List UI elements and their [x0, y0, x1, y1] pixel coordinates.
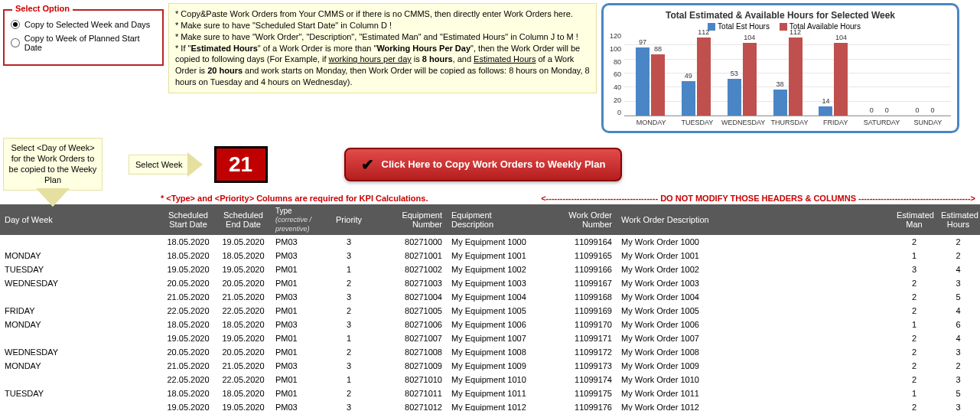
cell-equip-number[interactable]: 80271002	[373, 265, 447, 274]
cell-priority[interactable]: 3	[324, 320, 373, 329]
cell-wo-number[interactable]: 11099175	[546, 389, 617, 398]
cell-type[interactable]: PM03	[271, 403, 324, 411]
cell-est-hours[interactable]: 5	[936, 292, 980, 302]
cell-est-hours[interactable]: 3	[936, 375, 980, 384]
cell-dow[interactable]: MONDAY	[0, 251, 161, 260]
cell-est-man[interactable]: 2	[892, 375, 936, 384]
cell-est-man[interactable]: 2	[892, 361, 936, 370]
cell-wo-desc[interactable]: My Work Order 1004	[617, 292, 892, 302]
cell-est-man[interactable]: 1	[892, 251, 936, 260]
cell-wo-number[interactable]: 11099171	[546, 334, 617, 343]
cell-est-hours[interactable]: 3	[936, 403, 980, 411]
table-row[interactable]: TUESDAY18.05.202018.05.2020PM01280271011…	[0, 387, 980, 400]
cell-est-hours[interactable]: 2	[936, 361, 980, 370]
cell-end-date[interactable]: 19.05.2020	[216, 403, 271, 411]
cell-wo-number[interactable]: 11099168	[546, 292, 617, 302]
cell-equip-desc[interactable]: My Equipment 1005	[447, 306, 546, 315]
table-row[interactable]: MONDAY18.05.202018.05.2020PM03380271006M…	[0, 318, 980, 331]
cell-equip-desc[interactable]: My Equipment 1001	[447, 251, 546, 260]
cell-wo-number[interactable]: 11099172	[546, 347, 617, 357]
cell-wo-number[interactable]: 11099165	[546, 251, 617, 260]
cell-wo-desc[interactable]: My Work Order 1001	[617, 251, 892, 260]
cell-priority[interactable]: 3	[324, 361, 373, 370]
cell-est-man[interactable]: 2	[892, 347, 936, 357]
table-row[interactable]: 22.05.202022.05.2020PM01180271010My Equi…	[0, 373, 980, 387]
cell-est-man[interactable]: 1	[892, 389, 936, 398]
table-row[interactable]: TUESDAY19.05.202019.05.2020PM01180271002…	[0, 263, 980, 276]
cell-equip-desc[interactable]: My Equipment 1007	[447, 334, 546, 343]
cell-equip-number[interactable]: 80271008	[373, 347, 447, 357]
cell-type[interactable]: PM01	[271, 334, 324, 343]
cell-start-date[interactable]: 20.05.2020	[161, 279, 216, 288]
cell-equip-number[interactable]: 80271012	[373, 403, 447, 411]
cell-est-hours[interactable]: 5	[936, 389, 980, 398]
cell-est-man[interactable]: 2	[892, 279, 936, 288]
cell-end-date[interactable]: 20.05.2020	[216, 347, 271, 357]
cell-equip-desc[interactable]: My Equipment 1010	[447, 375, 546, 384]
cell-equip-number[interactable]: 80271004	[373, 292, 447, 302]
cell-end-date[interactable]: 20.05.2020	[216, 279, 271, 288]
cell-wo-desc[interactable]: My Work Order 1012	[617, 403, 892, 411]
cell-equip-number[interactable]: 80271010	[373, 375, 447, 384]
cell-equip-desc[interactable]: My Equipment 1003	[447, 279, 546, 288]
cell-wo-number[interactable]: 11099166	[546, 265, 617, 274]
cell-est-hours[interactable]: 6	[936, 320, 980, 329]
cell-equip-desc[interactable]: My Equipment 1006	[447, 320, 546, 329]
cell-type[interactable]: PM01	[271, 265, 324, 274]
cell-wo-desc[interactable]: My Work Order 1005	[617, 306, 892, 315]
cell-priority[interactable]: 2	[324, 347, 373, 357]
cell-priority[interactable]: 3	[324, 237, 373, 246]
cell-equip-desc[interactable]: My Equipment 1004	[447, 292, 546, 302]
cell-wo-number[interactable]: 11099169	[546, 306, 617, 315]
cell-equip-number[interactable]: 80271000	[373, 237, 447, 246]
cell-priority[interactable]: 3	[324, 292, 373, 302]
cell-equip-desc[interactable]: My Equipment 1002	[447, 265, 546, 274]
cell-wo-desc[interactable]: My Work Order 1003	[617, 279, 892, 288]
cell-priority[interactable]: 2	[324, 389, 373, 398]
cell-end-date[interactable]: 19.05.2020	[216, 265, 271, 274]
cell-equip-number[interactable]: 80271005	[373, 306, 447, 315]
cell-wo-desc[interactable]: My Work Order 1000	[617, 237, 892, 246]
cell-start-date[interactable]: 19.05.2020	[161, 334, 216, 343]
cell-end-date[interactable]: 22.05.2020	[216, 375, 271, 384]
cell-end-date[interactable]: 18.05.2020	[216, 389, 271, 398]
cell-est-man[interactable]: 1	[892, 320, 936, 329]
table-row[interactable]: FRIDAY22.05.202022.05.2020PM01280271005M…	[0, 304, 980, 318]
cell-equip-desc[interactable]: My Equipment 1009	[447, 361, 546, 370]
cell-equip-number[interactable]: 80271009	[373, 361, 447, 370]
cell-start-date[interactable]: 22.05.2020	[161, 306, 216, 315]
cell-type[interactable]: PM01	[271, 279, 324, 288]
cell-dow[interactable]: FRIDAY	[0, 306, 161, 315]
cell-est-hours[interactable]: 2	[936, 237, 980, 246]
cell-est-man[interactable]: 2	[892, 306, 936, 315]
cell-end-date[interactable]: 21.05.2020	[216, 292, 271, 302]
table-row[interactable]: MONDAY18.05.202018.05.2020PM03380271001M…	[0, 249, 980, 263]
cell-dow[interactable]: TUESDAY	[0, 389, 161, 398]
cell-priority[interactable]: 3	[324, 403, 373, 411]
cell-start-date[interactable]: 19.05.2020	[161, 403, 216, 411]
cell-type[interactable]: PM01	[271, 347, 324, 357]
cell-equip-desc[interactable]: My Equipment 1011	[447, 389, 546, 398]
radio-copy-selected[interactable]: Copy to Selected Week and Days	[11, 20, 156, 29]
cell-wo-desc[interactable]: My Work Order 1010	[617, 375, 892, 384]
table-row[interactable]: 21.05.202021.05.2020PM03380271004My Equi…	[0, 290, 980, 304]
cell-est-hours[interactable]: 4	[936, 306, 980, 315]
cell-start-date[interactable]: 19.05.2020	[161, 265, 216, 274]
cell-start-date[interactable]: 18.05.2020	[161, 320, 216, 329]
cell-type[interactable]: PM03	[271, 292, 324, 302]
cell-wo-desc[interactable]: My Work Order 1009	[617, 361, 892, 370]
radio-copy-planned[interactable]: Copy to Week of Planned Start Date	[11, 34, 156, 52]
cell-wo-number[interactable]: 11099170	[546, 320, 617, 329]
cell-wo-desc[interactable]: My Work Order 1007	[617, 334, 892, 343]
table-row[interactable]: 19.05.202019.05.2020PM01180271007My Equi…	[0, 331, 980, 345]
cell-wo-number[interactable]: 11099173	[546, 361, 617, 370]
cell-end-date[interactable]: 22.05.2020	[216, 306, 271, 315]
cell-start-date[interactable]: 21.05.2020	[161, 292, 216, 302]
cell-start-date[interactable]: 22.05.2020	[161, 375, 216, 384]
cell-equip-number[interactable]: 80271007	[373, 334, 447, 343]
cell-est-hours[interactable]: 3	[936, 347, 980, 357]
table-row[interactable]: MONDAY21.05.202021.05.2020PM03380271009M…	[0, 359, 980, 373]
cell-equip-number[interactable]: 80271006	[373, 320, 447, 329]
cell-est-man[interactable]: 3	[892, 265, 936, 274]
cell-type[interactable]: PM01	[271, 306, 324, 315]
